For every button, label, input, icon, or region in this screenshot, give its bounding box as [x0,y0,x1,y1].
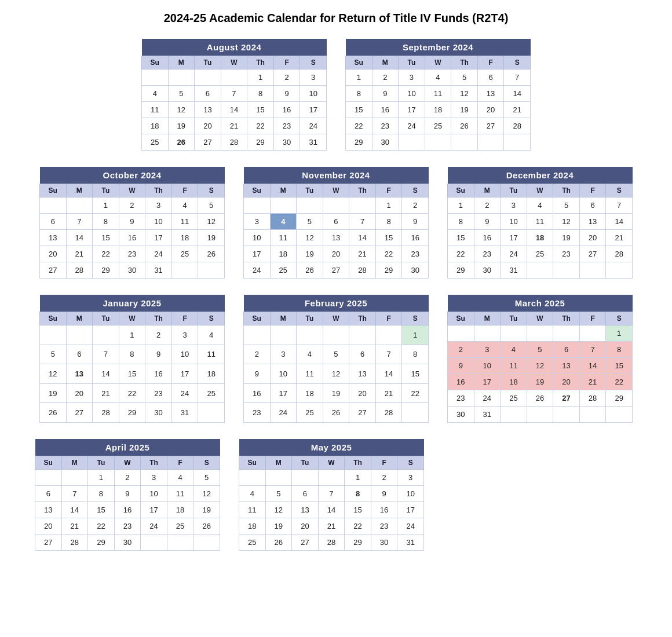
calendar-dec2024: December 2024 Su M Tu W Th F S 1 2 3 4 [447,167,633,279]
calendar-feb2025: February 2025 Su M Tu W Th F S [243,295,429,423]
calendar-sep2024: September 2024 Su M Tu W Th F S 1 2 3 4 [345,39,531,151]
calendar-oct2024: October 2024 Su M Tu W Th F S 1 2 3 [39,167,225,279]
calendar-apr2025: April 2025 Su M Tu W Th F S 1 2 3 [35,439,220,551]
aug2024-header: August 2024 [142,39,327,56]
page-title: 2024-25 Academic Calendar for Return of … [12,12,660,25]
feb2025-header: February 2025 [244,295,429,312]
calendar-mar2025: March 2025 Su M Tu W Th F S [447,295,633,423]
jan2025-header: January 2025 [40,295,225,312]
sep2024-header: September 2024 [346,39,531,56]
oct2024-header: October 2024 [40,167,225,184]
nov2024-header: November 2024 [244,167,429,184]
mar2025-header: March 2025 [448,295,633,312]
apr2025-header: April 2025 [35,439,220,456]
calendar-nov2024: November 2024 Su M Tu W Th F S [243,167,429,279]
calendar-jan2025: January 2025 Su M Tu W Th F S 1 2 [39,295,225,423]
dec2024-header: December 2024 [448,167,633,184]
calendar-may2025: May 2025 Su M Tu W Th F S 1 [239,439,424,551]
calendar-aug2024: August 2024 Su M Tu W Th F S 1 [141,39,327,151]
may2025-header: May 2025 [239,439,424,456]
